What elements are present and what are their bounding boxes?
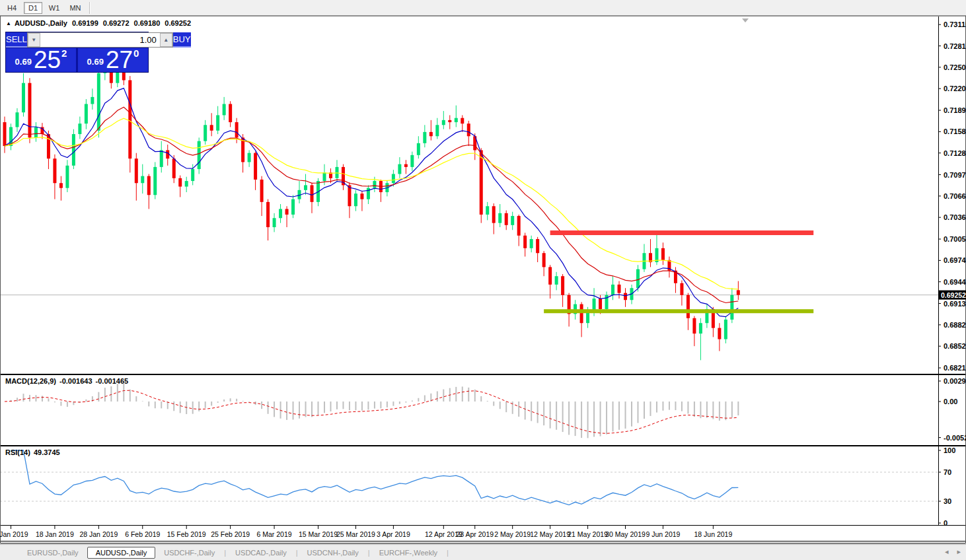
chart-window: 0.731150.728100.725050.722000.718900.715… (0, 16, 966, 544)
svg-text:25 Feb 2019: 25 Feb 2019 (211, 530, 250, 538)
buy-price-prefix: 0.69 (87, 57, 104, 67)
tab-eurchf-weekly[interactable]: EURCHF-,Weekly (371, 547, 446, 559)
chart-title: ▲AUDUSD-,Daily0.691990.692720.691800.692… (6, 19, 191, 27)
svg-text:70: 70 (944, 468, 951, 476)
rsi-value: 49.3745 (34, 448, 60, 456)
svg-text:0.70360: 0.70360 (944, 213, 966, 221)
sell-button[interactable]: SELL (6, 32, 27, 48)
svg-text:0.68210: 0.68210 (944, 364, 966, 372)
macd-name: MACD(12,26,9) (5, 377, 56, 385)
macd-signal-value: -0.001465 (96, 377, 129, 385)
svg-text:0.68825: 0.68825 (944, 321, 966, 329)
svg-text:0.71890: 0.71890 (944, 106, 966, 114)
svg-text:0.71280: 0.71280 (944, 149, 966, 157)
svg-text:12 May 2019: 12 May 2019 (530, 530, 570, 538)
svg-text:0.70665: 0.70665 (944, 192, 966, 200)
svg-text:3 Apr 2019: 3 Apr 2019 (377, 530, 410, 538)
tab-scroll-left-icon[interactable]: ◂ (945, 547, 949, 555)
svg-text:15 Mar 2019: 15 Mar 2019 (299, 530, 338, 538)
tab-audusd-daily[interactable]: AUDUSD-,Daily (87, 547, 156, 559)
svg-text:25 Mar 2019: 25 Mar 2019 (336, 530, 375, 538)
price-chart-canvas[interactable]: 0.731150.728100.725050.722000.718900.715… (0, 16, 966, 544)
svg-text:6 Feb 2019: 6 Feb 2019 (125, 530, 160, 538)
svg-text:0.69745: 0.69745 (944, 256, 966, 264)
buy-button[interactable]: BUY (173, 32, 191, 48)
svg-text:0.69252: 0.69252 (941, 291, 966, 299)
svg-text:0.72200: 0.72200 (944, 85, 966, 92)
svg-text:100: 100 (944, 446, 955, 454)
svg-text:30 May 2019: 30 May 2019 (605, 530, 646, 538)
svg-text:0.70970: 0.70970 (944, 171, 966, 179)
svg-text:0.73115: 0.73115 (944, 20, 966, 28)
svg-text:9 Jun 2019: 9 Jun 2019 (646, 530, 680, 538)
volume-input[interactable] (40, 33, 160, 47)
svg-text:23 Apr 2019: 23 Apr 2019 (456, 530, 494, 538)
ohlc-high: 0.69272 (103, 19, 130, 27)
svg-text:-0.005256: -0.005256 (944, 434, 966, 442)
volume-decrease-button[interactable]: ▼ (28, 33, 40, 47)
tab-scroll-right-icon[interactable]: ▸ (957, 547, 961, 555)
svg-text:0.71585: 0.71585 (944, 127, 966, 135)
svg-text:0: 0 (944, 519, 947, 527)
buy-price-big: 27 (106, 50, 133, 70)
timeframe-button-mn[interactable]: MN (66, 2, 85, 14)
ohlc-open: 0.69199 (72, 19, 98, 27)
one-click-trade-panel: SELL ▼ ▲ BUY 0.69 25 2 0.69 27 0 (5, 32, 149, 73)
svg-text:28 Jan 2019: 28 Jan 2019 (79, 530, 118, 538)
volume-increase-button[interactable]: ▲ (160, 33, 172, 47)
ohlc-close: 0.69252 (165, 19, 191, 27)
svg-text:15 Feb 2019: 15 Feb 2019 (167, 530, 206, 538)
svg-text:6 Mar 2019: 6 Mar 2019 (257, 530, 292, 538)
volume-control: ▼ ▲ (27, 32, 173, 48)
rsi-name: RSI(14) (5, 448, 30, 456)
svg-text:0.69130: 0.69130 (944, 300, 966, 308)
timeframe-button-w1[interactable]: W1 (45, 2, 63, 14)
main-macd-divider[interactable] (0, 374, 966, 375)
macd-rsi-divider[interactable] (0, 445, 966, 446)
tab-separator: | (368, 549, 370, 557)
svg-text:0.002984: 0.002984 (944, 377, 966, 385)
toolbar-separator (89, 2, 91, 14)
sell-price-prefix: 0.69 (15, 57, 32, 67)
collapse-triangle-icon[interactable]: ▲ (6, 20, 11, 26)
ohlc-low: 0.69180 (134, 19, 161, 27)
macd-value: -0.001643 (59, 377, 93, 385)
timeframe-button-h4[interactable]: H4 (3, 2, 21, 14)
timeframe-button-d1[interactable]: D1 (24, 2, 42, 14)
svg-text:30: 30 (944, 497, 951, 505)
tab-usdcnh-daily[interactable]: USDCNH-,Daily (299, 547, 367, 559)
svg-text:2 May 2019: 2 May 2019 (494, 530, 531, 538)
svg-text:0.72810: 0.72810 (944, 42, 966, 50)
svg-text:0.68520: 0.68520 (944, 342, 966, 350)
mt4-application: H4 D1 W1 MN 0.731150.728100.725050.72200… (0, 0, 966, 560)
svg-text:0.70050: 0.70050 (944, 235, 966, 243)
rsi-indicator-label: RSI(14)49.3745 (5, 448, 63, 456)
svg-text:21 May 2019: 21 May 2019 (568, 530, 608, 538)
svg-text:18 Jan 2019: 18 Jan 2019 (36, 530, 74, 538)
tab-usdchf-daily[interactable]: USDCHF-,Daily (155, 547, 223, 559)
chart-symbol-label: AUDUSD-,Daily (15, 19, 67, 27)
svg-text:0.69440: 0.69440 (944, 278, 966, 286)
tab-separator: | (224, 549, 226, 557)
svg-text:9 Jan 2019: 9 Jan 2019 (0, 530, 28, 538)
timeframe-toolbar: H4 D1 W1 MN (0, 0, 966, 16)
macd-indicator-label: MACD(12,26,9)-0.001643-0.001465 (5, 377, 131, 385)
svg-text:0.72505: 0.72505 (944, 63, 966, 71)
tab-separator: | (447, 549, 449, 557)
tab-usdcad-daily[interactable]: USDCAD-,Daily (227, 547, 295, 559)
tab-separator: | (296, 549, 298, 557)
sell-price-big: 25 (34, 50, 61, 70)
svg-text:0.00: 0.00 (944, 398, 957, 405)
tab-eurusd-daily[interactable]: EURUSD-,Daily (19, 547, 87, 559)
buy-price-display[interactable]: 0.69 27 0 (78, 48, 148, 72)
chart-tab-bar: EURUSD-,Daily AUDUSD-,Daily USDCHF-,Dail… (0, 544, 966, 560)
sell-price-pipette: 2 (61, 48, 67, 59)
buy-price-pipette: 0 (133, 48, 139, 59)
sell-price-display[interactable]: 0.69 25 2 (6, 48, 76, 72)
svg-text:18 Jun 2019: 18 Jun 2019 (694, 530, 732, 538)
